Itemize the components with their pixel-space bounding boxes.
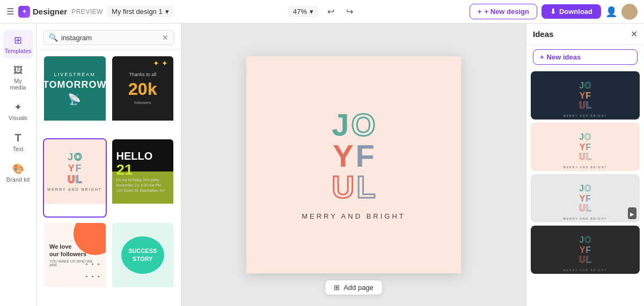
big-f: F [356,140,375,171]
template-card-joyful[interactable]: J O Y F U L MERRY AND BRIGHT [43,138,107,217]
thanks-label: Thanks to all [129,72,156,77]
search-input[interactable] [61,34,159,42]
undo-button[interactable]: ↩ [324,4,338,19]
followers-label: followers [134,100,151,105]
idea2-y: Y [580,142,586,152]
idea1-f: F [586,91,591,100]
idea-card-3[interactable]: J O Y F U L MERRY AND BRIGHT ▶ [531,174,640,222]
idea4-l: L [586,255,591,264]
j-letter: J [68,152,73,163]
idea4-u: U [579,255,586,264]
idea-card-2[interactable]: J O Y F U L MERRY AND BRIGHT [531,123,640,171]
sidebar-item-visuals[interactable]: ✦ Visuals [3,97,33,125]
zoom-control[interactable]: 47% ▾ [288,6,319,17]
idea4-j: J [579,235,584,244]
search-bar: 🔍 ✕ [36,24,181,50]
plus-icon: + [478,8,482,16]
chevron-down-icon: ▾ [165,8,169,16]
play-icon: ▶ [630,211,634,217]
left-sidebar: ⊞ Templates 🖼 My media ✦ Visuals T Text … [0,24,36,306]
download-button[interactable]: ⬇ Download [541,4,601,19]
we-love-label: We loveour followers [49,243,86,258]
share-button[interactable]: 👤 [605,6,617,18]
dots-decoration: · · ·· · · [85,257,100,282]
zoom-value: 47% [293,8,307,16]
idea-card-1[interactable]: J O Y F U L MERRY AND BRIGHT [531,71,640,120]
logo-icon: ✦ [18,6,30,18]
idea-card-4[interactable]: J O Y F U L MERRY AND BRIGHT [531,226,640,274]
download-label: Download [559,8,592,16]
idea1-j: J [579,80,584,90]
template-card-livestream[interactable]: LIVESTREAM TOMORROW 📡 [43,55,107,134]
twenty-one-label: 21 [116,162,153,177]
idea1-o: O [584,80,591,90]
visuals-icon: ✦ [14,101,22,113]
canvas[interactable]: J O Y F U L MERRY AND BRIGHT [246,56,461,273]
signal-icon: 📡 [68,93,82,106]
idea1-l: L [586,100,591,110]
merry-bright-small: MERRY AND BRIGHT [47,188,102,191]
templates-panel: 🔍 ✕ LIVESTREAM TOMORROW 📡 ✦ ✦ Thanks to … [36,24,181,306]
template-card-followers[interactable]: We loveour followers YOU MAKE US WHO WE … [43,222,107,301]
merry-bright-canvas: MERRY AND BRIGHT [302,212,406,220]
new-ideas-label: New ideas [547,53,581,61]
ideas-title: Ideas [533,29,553,39]
idea2-f: F [586,142,591,152]
text-icon: T [14,132,21,144]
idea-video-badge: ▶ [628,207,636,219]
add-page-button[interactable]: ⊞ Add page [325,280,383,295]
template-card-20k[interactable]: ✦ ✦ Thanks to all 20k followers [111,55,175,134]
ideas-header: Ideas ✕ [526,24,644,45]
hamburger-menu-icon[interactable]: ☰ [6,6,14,17]
sidebar-item-brand-kit-label: Brand kit [6,176,30,183]
preview-label: PREVIEW [71,8,103,16]
search-input-wrap[interactable]: 🔍 ✕ [43,30,174,45]
ideas-panel: Ideas ✕ + New ideas J O Y F [526,24,644,306]
my-media-icon: 🖼 [13,65,23,76]
chevron-down-icon: ▾ [310,8,313,16]
u-letter: U [68,174,75,185]
sidebar-item-my-media[interactable]: 🖼 My media [3,61,33,95]
redo-button[interactable]: ↪ [343,4,356,19]
avatar[interactable] [621,4,638,20]
sidebar-item-text[interactable]: T Text [3,128,33,156]
logo: ✦ Designer [18,6,67,18]
big-j: J [332,109,349,140]
canvas-area: J O Y F U L MERRY AND BRIGHT ⊞ Add page [181,24,526,306]
idea1-merry: MERRY AND BRIGHT [531,114,640,117]
sidebar-item-brand-kit[interactable]: 🎨 Brand kit [3,159,33,187]
idea3-o: O [584,183,591,193]
sidebar-item-my-media-label: My media [6,78,30,91]
template-card-hello21[interactable]: HELLO 21 It's my birthday, let's party N… [111,138,175,217]
sidebar-item-templates[interactable]: ⊞ Templates [3,30,33,58]
big-y: Y [333,140,354,171]
idea2-l: L [586,152,591,161]
ideas-close-button[interactable]: ✕ [631,29,638,39]
idea3-f: F [586,193,591,203]
big-l: L [356,171,375,203]
livestream-label: LIVESTREAM [54,72,96,77]
template-card-success[interactable]: SUCCESSSTORY [111,222,175,301]
sidebar-item-text-label: Text [12,146,23,152]
joyful-design: J O Y F U L [332,109,375,203]
hello-label: HELLO [116,150,153,162]
o-letter: O [74,152,82,163]
idea1-u: U [579,100,586,110]
idea2-o: O [584,132,591,141]
brand-kit-icon: 🎨 [12,163,24,175]
new-ideas-button[interactable]: + New ideas [533,49,638,65]
event-details: It's my birthday, let's party November 1… [116,177,165,193]
idea2-j: J [579,132,584,141]
idea3-l: L [586,203,591,213]
main-area: ⊞ Templates 🖼 My media ✦ Visuals T Text … [0,24,644,306]
y-letter: Y [68,163,75,174]
plus-icon: + [540,53,544,61]
idea4-o: O [584,235,591,244]
big-u: U [332,171,354,203]
clear-search-icon[interactable]: ✕ [162,33,169,42]
big-o: O [352,109,376,140]
new-design-button[interactable]: + + New design [470,4,537,19]
design-name-button[interactable]: My first design 1 ▾ [107,6,173,17]
stars-decoration: ✦ ✦ [153,59,168,68]
idea4-f: F [586,245,591,255]
